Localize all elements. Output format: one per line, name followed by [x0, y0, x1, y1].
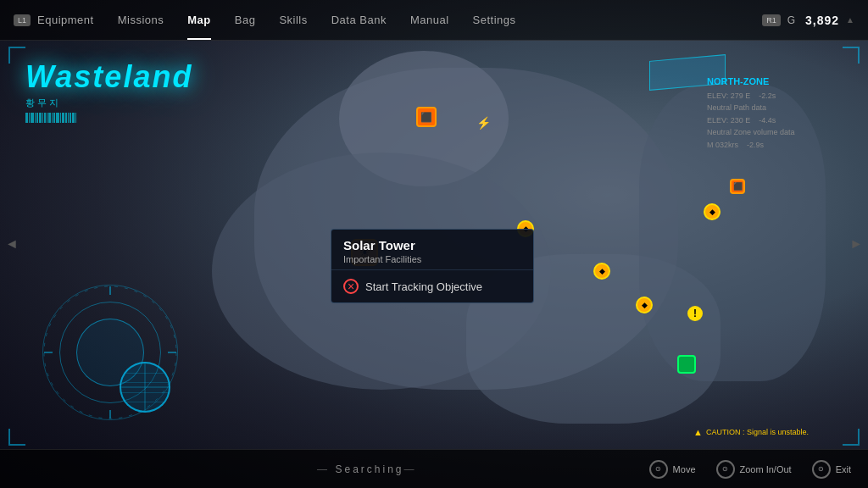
nav-items: Equipment Missions Map Bag Skills Data B… [37, 14, 762, 26]
location-tooltip: Solar Tower Important Facilities Start T… [331, 229, 534, 303]
zoom-label: Zoom In/Out [740, 464, 792, 474]
track-label: Start Tracking Objective [365, 280, 482, 293]
move-btn-icon: ⊙ [649, 460, 668, 479]
caution-signal: ▲ CAUTION : Signal is unstable. [693, 427, 809, 437]
move-label: Move [673, 464, 696, 474]
caution-message: CAUTION : Signal is unstable. [706, 428, 809, 436]
panel-data-3: ELEV: 230 E -4.4s [707, 114, 860, 126]
region-name: Wasteland [25, 59, 192, 95]
exclaim-icon: ! [687, 306, 703, 321]
r1-badge: R1 [762, 14, 781, 26]
marker-yellow-icon-3: ◆ [636, 297, 653, 313]
nav-bag[interactable]: Bag [235, 14, 256, 26]
track-objective-button[interactable]: Start Tracking Objective [331, 270, 533, 302]
marker-yellow-2[interactable]: ◆ [593, 263, 610, 280]
panel-region: NORTH-ZONE [707, 76, 860, 86]
bottom-controls: ⊙ Move ⊙ Zoom In/Out ⊙ Exit [649, 460, 851, 479]
map-title: Wasteland 황무지 [25, 59, 192, 123]
marker-orange-icon: ⬛ [416, 107, 437, 127]
corner-decoration-br [843, 429, 860, 446]
nav-manual[interactable]: Manual [410, 14, 449, 26]
top-navigation: L1 Equipment Missions Map Bag Skills Dat… [0, 0, 868, 41]
nav-missions[interactable]: Missions [118, 14, 164, 26]
radar [42, 285, 178, 420]
radar-ticks [42, 285, 178, 420]
panel-data-2: Neutral Path data [707, 102, 860, 114]
exit-btn-icon: ⊙ [812, 460, 831, 479]
caution-icon: ▲ [693, 427, 703, 437]
right-arrow[interactable]: ► [849, 236, 863, 252]
game-screen: L1 Equipment Missions Map Bag Skills Dat… [0, 0, 868, 488]
corner-decoration-tr [843, 47, 860, 64]
barcode [25, 113, 144, 123]
corner-decoration-tl [8, 47, 25, 64]
track-icon [343, 279, 359, 294]
marker-orange-icon-2: ⬛ [730, 179, 745, 194]
tooltip-title: Solar Tower [343, 238, 521, 252]
corner-decoration-bl [8, 429, 25, 446]
currency-display: G 3,892 ▲ [787, 14, 854, 27]
marker-exclaim[interactable]: ! [687, 306, 703, 321]
marker-lightning: ⚡ [476, 116, 491, 130]
panel-data-5: M 032krs -2.9s [707, 139, 860, 151]
nav-skills[interactable]: Skills [279, 14, 307, 26]
nav-databank[interactable]: Data Bank [331, 14, 387, 26]
tooltip-header: Solar Tower Important Facilities [331, 230, 533, 270]
panel-data-4: Neutral Zone volume data [707, 126, 860, 138]
marker-top-orange[interactable]: ⬛ [416, 107, 437, 127]
panel-data-1: ELEV: 279 E -2.2s [707, 90, 860, 102]
control-exit: ⊙ Exit [812, 460, 851, 479]
tooltip-category: Important Facilities [343, 254, 521, 264]
control-move: ⊙ Move [649, 460, 696, 479]
currency-label: G [787, 14, 795, 26]
nav-map[interactable]: Map [187, 14, 211, 26]
marker-yellow-3[interactable]: ◆ [636, 297, 653, 313]
marker-yellow-4[interactable]: ◆ [704, 203, 721, 220]
nav-settings[interactable]: Settings [473, 14, 516, 26]
right-panel: NORTH-ZONE ELEV: 279 E -2.2s Neutral Pat… [707, 76, 860, 151]
marker-green[interactable] [677, 355, 696, 374]
left-arrow[interactable]: ◄ [5, 236, 19, 252]
nav-equipment[interactable]: Equipment [37, 14, 94, 26]
bottom-bar: Searching ⊙ Move ⊙ Zoom In/Out ⊙ Exit [0, 449, 868, 488]
currency-value: 3,892 [805, 14, 839, 27]
searching-status: Searching [85, 463, 649, 475]
l1-badge: L1 [14, 14, 31, 26]
control-zoom: ⊙ Zoom In/Out [716, 460, 792, 479]
zoom-btn-icon: ⊙ [716, 460, 735, 479]
marker-yellow-icon-2: ◆ [593, 263, 610, 280]
marker-yellow-icon-4: ◆ [704, 203, 721, 220]
marker-orange-2[interactable]: ⬛ [730, 179, 745, 194]
region-korean: 황무지 [25, 97, 192, 109]
nav-up-arrow: ▲ [846, 15, 854, 25]
exit-label: Exit [836, 464, 851, 474]
green-icon [677, 355, 696, 374]
svg-point-0 [44, 286, 176, 419]
